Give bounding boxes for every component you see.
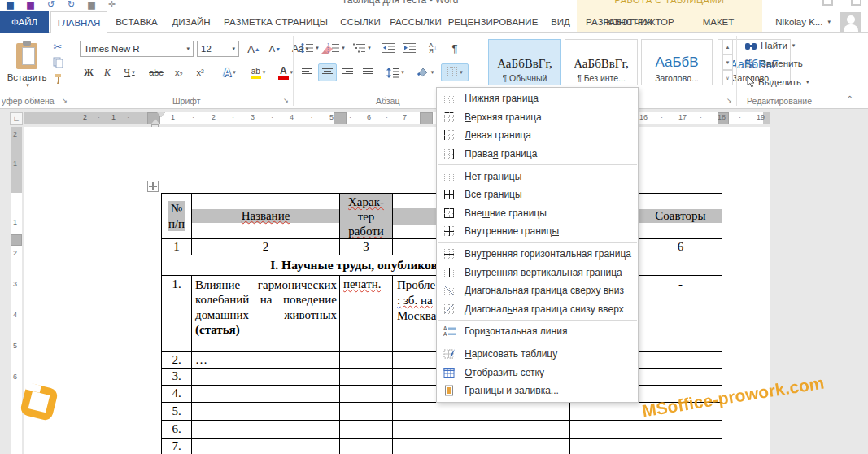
table-cell[interactable] <box>192 439 340 454</box>
menu-item-8[interactable]: Внутренние границы <box>437 222 638 241</box>
table-cell[interactable]: 6. <box>162 421 192 439</box>
menu-item-3[interactable]: Левая граница <box>437 126 638 145</box>
table-cell[interactable]: печатн. <box>340 276 393 352</box>
tab-вставка[interactable]: ВСТАВКА <box>109 11 164 33</box>
menu-item-13[interactable]: AAГоризонтальная линия <box>437 322 638 341</box>
first-line-indent-marker[interactable] <box>157 112 165 117</box>
line-spacing-button[interactable]: ▾ <box>382 63 408 81</box>
cut-button[interactable]: ✂ <box>49 39 67 54</box>
menu-item-9[interactable]: Внутренняя горизонтальная граница <box>437 245 638 264</box>
select-button[interactable]: Выделить▾ <box>745 76 809 87</box>
justify-button[interactable] <box>359 63 377 81</box>
tab-макет[interactable]: МАКЕТ <box>690 11 747 33</box>
table-cell[interactable] <box>192 369 340 386</box>
table-cell[interactable]: Харак-терработи <box>340 194 393 239</box>
align-left-button[interactable] <box>298 63 316 81</box>
shading-button[interactable]: ▾ <box>412 63 438 81</box>
show-paragraph-marks-button[interactable]: ¶ <box>446 40 464 56</box>
table-cell[interactable]: … <box>192 352 340 369</box>
multilevel-list-button[interactable]: ▾ <box>350 40 374 56</box>
shrink-font-button[interactable]: A▼ <box>265 40 285 58</box>
font-color-button[interactable]: A▾ <box>273 63 298 81</box>
sort-button[interactable]: АЯ↓ <box>423 40 443 56</box>
table-cell[interactable]: - <box>639 276 722 352</box>
table-cell[interactable] <box>639 369 722 386</box>
tab-разметка страницы[interactable]: РАЗМЕТКА СТРАНИЦЫ <box>218 11 334 33</box>
text-highlight-button[interactable]: ab▾ <box>244 63 272 81</box>
font-family-combo[interactable]: Times New R▾ <box>80 41 194 57</box>
table-cell[interactable] <box>639 352 722 369</box>
copy-button[interactable] <box>49 55 67 70</box>
window-controls[interactable] <box>822 0 861 6</box>
style-card-1[interactable]: АаБбВвГг,¶ Без инте... <box>565 39 638 85</box>
table-cell[interactable] <box>340 352 393 369</box>
table-cell[interactable] <box>393 439 570 454</box>
clipboard-dialog-launcher-icon[interactable]: ↘ <box>62 97 70 105</box>
text-effects-button[interactable]: A▾ <box>216 63 242 81</box>
menu-item-5[interactable]: Нет границы <box>437 167 638 186</box>
table-cell[interactable]: 2 <box>192 239 340 255</box>
tab-рассылки[interactable]: РАССЫЛКИ <box>387 11 444 33</box>
tab-вид[interactable]: ВИД <box>542 11 579 33</box>
table-cell[interactable] <box>340 369 393 386</box>
touch-mode-icon[interactable]: ✛ <box>107 0 117 10</box>
italic-button[interactable]: К <box>99 63 116 81</box>
table-cell[interactable] <box>340 439 393 454</box>
bullets-button[interactable]: ▾ <box>298 40 322 56</box>
table-cell[interactable]: Влияние гармонических колебаний на повед… <box>192 276 340 352</box>
menu-item-1[interactable]: Нижняя граница <box>437 89 638 108</box>
tab-конструктор[interactable]: КОНСТРУКТОР <box>595 11 685 33</box>
grow-font-button[interactable]: A▲ <box>244 40 264 58</box>
account-button[interactable]: Nikolay K...▾ <box>775 11 831 33</box>
table-cell[interactable]: 3. <box>162 369 192 386</box>
avatar[interactable] <box>840 12 861 32</box>
cursor-mode-icon[interactable]: ▆ <box>86 0 97 10</box>
align-center-button[interactable] <box>318 63 337 81</box>
superscript-button[interactable]: x² <box>190 63 210 81</box>
tab-файл[interactable]: ФАЙЛ <box>0 11 49 33</box>
table-move-handle[interactable] <box>147 181 159 192</box>
table-cell[interactable] <box>393 421 570 439</box>
numbering-button[interactable]: 123▾ <box>324 40 348 56</box>
redo-icon[interactable]: ↻ <box>66 0 76 10</box>
align-right-button[interactable] <box>338 63 357 81</box>
menu-item-6[interactable]: Все границы <box>437 186 638 204</box>
table-cell[interactable]: 7. <box>162 439 192 454</box>
menu-item-10[interactable]: Внутренняя вертикальная граница <box>437 263 638 282</box>
styles-gallery-scroll[interactable]: ▲▼⊽ <box>722 39 733 85</box>
table-cell[interactable]: 6 <box>639 239 722 255</box>
font-dialog-launcher-icon[interactable]: ↘ <box>283 97 291 105</box>
menu-item-14[interactable]: Нарисовать таблицу <box>437 345 638 364</box>
borders-button[interactable]: ▾ <box>441 63 469 81</box>
subscript-button[interactable]: x₂ <box>169 63 189 81</box>
replace-button[interactable]: ab⤷ac Заменить <box>745 59 803 68</box>
table-cell[interactable]: Название <box>192 194 340 239</box>
paste-button[interactable]: Вставить▾ <box>8 39 46 93</box>
bold-button[interactable]: Ж <box>80 63 98 81</box>
menu-item-16[interactable]: Границы и заливка... <box>437 382 638 400</box>
increase-indent-button[interactable] <box>400 40 420 56</box>
table-cell[interactable]: 4. <box>162 386 192 403</box>
table-cell[interactable] <box>340 386 393 403</box>
table-cell[interactable]: 2. <box>162 352 192 369</box>
table-cell[interactable] <box>639 439 722 454</box>
tab-рецензирование[interactable]: РЕЦЕНЗИРОВАНИЕ <box>446 11 540 33</box>
save-icon[interactable]: ▆ <box>5 0 15 10</box>
table-cell[interactable]: 5. <box>162 403 192 421</box>
style-card-0[interactable]: АаБбВвГг,¶ Обычный <box>488 39 561 85</box>
hanging-indent-marker[interactable] <box>151 119 159 124</box>
table-cell[interactable]: 3 <box>340 239 393 255</box>
style-card-2[interactable]: АаБбВЗаголово... <box>641 39 713 85</box>
tab-главная[interactable]: ГЛАВНАЯ <box>50 11 107 33</box>
table-cell[interactable] <box>192 421 340 439</box>
tab-ссылки[interactable]: ССЫЛКИ <box>335 11 386 33</box>
undo-icon[interactable]: ↺ <box>46 0 56 10</box>
font-size-combo[interactable]: 12▾ <box>197 41 239 57</box>
menu-item-4[interactable]: Правая граница <box>437 145 638 164</box>
format-painter-button[interactable] <box>49 72 67 86</box>
table-cell[interactable] <box>570 403 639 421</box>
quick-access-toolbar[interactable]: ▆ ▆ ↺ ↻ ▆ ✛ <box>5 0 117 10</box>
table-cell[interactable] <box>570 421 639 439</box>
table-cell[interactable]: 1. <box>162 276 192 352</box>
underline-button[interactable]: Ч▾ <box>117 63 142 81</box>
